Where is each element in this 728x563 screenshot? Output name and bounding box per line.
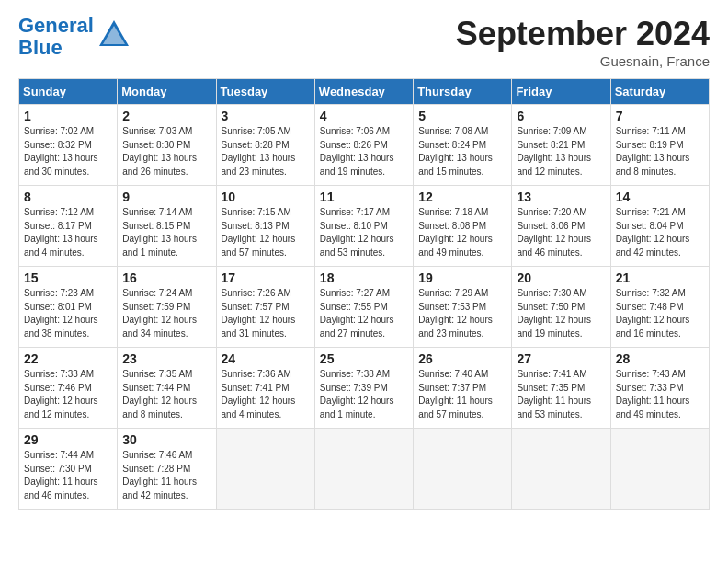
- calendar-cell: 18Sunrise: 7:27 AM Sunset: 7:55 PM Dayli…: [314, 267, 413, 348]
- day-number: 8: [24, 190, 112, 204]
- day-info: Sunrise: 7:38 AM Sunset: 7:39 PM Dayligh…: [320, 368, 408, 421]
- day-info: Sunrise: 7:43 AM Sunset: 7:33 PM Dayligh…: [616, 368, 704, 421]
- day-info: Sunrise: 7:11 AM Sunset: 8:19 PM Dayligh…: [616, 125, 704, 178]
- day-number: 24: [222, 351, 310, 366]
- day-info: Sunrise: 7:12 AM Sunset: 8:17 PM Dayligh…: [24, 206, 112, 259]
- day-info: Sunrise: 7:02 AM Sunset: 8:32 PM Dayligh…: [24, 125, 112, 178]
- day-number: 1: [24, 109, 112, 123]
- day-number: 28: [616, 351, 704, 366]
- calendar-cell: 11Sunrise: 7:17 AM Sunset: 8:10 PM Dayli…: [314, 186, 413, 267]
- day-info: Sunrise: 7:24 AM Sunset: 7:59 PM Dayligh…: [122, 287, 210, 340]
- weekday-header: Sunday: [19, 79, 118, 105]
- day-info: Sunrise: 7:14 AM Sunset: 8:15 PM Dayligh…: [122, 206, 210, 259]
- calendar-cell: 30Sunrise: 7:46 AM Sunset: 7:28 PM Dayli…: [118, 429, 216, 510]
- weekday-header: Wednesday: [314, 79, 413, 105]
- calendar-cell: 22Sunrise: 7:33 AM Sunset: 7:46 PM Dayli…: [19, 348, 118, 429]
- calendar-week-row: 22Sunrise: 7:33 AM Sunset: 7:46 PM Dayli…: [19, 348, 710, 429]
- calendar-week-row: 29Sunrise: 7:44 AM Sunset: 7:30 PM Dayli…: [19, 429, 710, 510]
- calendar-cell: [512, 429, 610, 510]
- day-number: 12: [418, 190, 506, 204]
- calendar-body: 1Sunrise: 7:02 AM Sunset: 8:32 PM Daylig…: [19, 105, 710, 510]
- calendar-cell: 3Sunrise: 7:05 AM Sunset: 8:28 PM Daylig…: [216, 105, 314, 186]
- calendar-cell: 28Sunrise: 7:43 AM Sunset: 7:33 PM Dayli…: [610, 348, 709, 429]
- day-info: Sunrise: 7:30 AM Sunset: 7:50 PM Dayligh…: [517, 287, 605, 340]
- day-number: 2: [122, 109, 210, 123]
- weekday-header: Tuesday: [216, 79, 314, 105]
- calendar-cell: [414, 429, 512, 510]
- day-info: Sunrise: 7:26 AM Sunset: 7:57 PM Dayligh…: [222, 287, 310, 340]
- calendar-cell: 10Sunrise: 7:15 AM Sunset: 8:13 PM Dayli…: [216, 186, 314, 267]
- weekday-header: Saturday: [610, 79, 709, 105]
- day-info: Sunrise: 7:41 AM Sunset: 7:35 PM Dayligh…: [517, 368, 605, 421]
- day-number: 14: [616, 190, 704, 204]
- day-number: 7: [616, 109, 704, 123]
- day-number: 4: [320, 109, 408, 123]
- calendar-cell: 29Sunrise: 7:44 AM Sunset: 7:30 PM Dayli…: [19, 429, 118, 510]
- day-info: Sunrise: 7:03 AM Sunset: 8:30 PM Dayligh…: [122, 125, 210, 178]
- calendar-week-row: 1Sunrise: 7:02 AM Sunset: 8:32 PM Daylig…: [19, 105, 710, 186]
- calendar-cell: 21Sunrise: 7:32 AM Sunset: 7:48 PM Dayli…: [610, 267, 709, 348]
- day-info: Sunrise: 7:17 AM Sunset: 8:10 PM Dayligh…: [320, 206, 408, 259]
- weekday-header: Friday: [512, 79, 610, 105]
- day-number: 17: [222, 270, 310, 285]
- calendar-cell: 19Sunrise: 7:29 AM Sunset: 7:53 PM Dayli…: [414, 267, 512, 348]
- calendar-cell: 26Sunrise: 7:40 AM Sunset: 7:37 PM Dayli…: [414, 348, 512, 429]
- calendar-cell: 4Sunrise: 7:06 AM Sunset: 8:26 PM Daylig…: [314, 105, 413, 186]
- day-info: Sunrise: 7:40 AM Sunset: 7:37 PM Dayligh…: [418, 368, 506, 421]
- location: Guesnain, France: [456, 53, 710, 69]
- day-number: 16: [122, 270, 210, 285]
- logo: General Blue: [18, 15, 131, 59]
- calendar-cell: 5Sunrise: 7:08 AM Sunset: 8:24 PM Daylig…: [414, 105, 512, 186]
- calendar-cell: 7Sunrise: 7:11 AM Sunset: 8:19 PM Daylig…: [610, 105, 709, 186]
- calendar-cell: 14Sunrise: 7:21 AM Sunset: 8:04 PM Dayli…: [610, 186, 709, 267]
- day-info: Sunrise: 7:15 AM Sunset: 8:13 PM Dayligh…: [222, 206, 310, 259]
- page: General Blue September 2024 Guesnain, Fr…: [0, 0, 728, 519]
- day-info: Sunrise: 7:18 AM Sunset: 8:08 PM Dayligh…: [418, 206, 506, 259]
- calendar-cell: [610, 429, 709, 510]
- day-info: Sunrise: 7:09 AM Sunset: 8:21 PM Dayligh…: [517, 125, 605, 178]
- header: General Blue September 2024 Guesnain, Fr…: [18, 15, 710, 69]
- day-number: 6: [517, 109, 605, 123]
- calendar-cell: [216, 429, 314, 510]
- day-number: 15: [24, 270, 112, 285]
- day-number: 26: [418, 351, 506, 366]
- day-info: Sunrise: 7:08 AM Sunset: 8:24 PM Dayligh…: [418, 125, 506, 178]
- day-info: Sunrise: 7:36 AM Sunset: 7:41 PM Dayligh…: [222, 368, 310, 421]
- calendar-cell: 6Sunrise: 7:09 AM Sunset: 8:21 PM Daylig…: [512, 105, 610, 186]
- calendar-cell: [314, 429, 413, 510]
- calendar-cell: 17Sunrise: 7:26 AM Sunset: 7:57 PM Dayli…: [216, 267, 314, 348]
- day-info: Sunrise: 7:23 AM Sunset: 8:01 PM Dayligh…: [24, 287, 112, 340]
- day-number: 11: [320, 190, 408, 204]
- calendar-table: SundayMondayTuesdayWednesdayThursdayFrid…: [18, 78, 710, 510]
- day-number: 23: [122, 351, 210, 366]
- calendar-cell: 23Sunrise: 7:35 AM Sunset: 7:44 PM Dayli…: [118, 348, 216, 429]
- day-info: Sunrise: 7:06 AM Sunset: 8:26 PM Dayligh…: [320, 125, 408, 178]
- title-area: September 2024 Guesnain, France: [456, 15, 710, 69]
- month-title: September 2024: [456, 15, 710, 53]
- logo-general: General: [18, 14, 94, 37]
- day-number: 29: [24, 432, 112, 447]
- calendar-cell: 20Sunrise: 7:30 AM Sunset: 7:50 PM Dayli…: [512, 267, 610, 348]
- day-number: 25: [320, 351, 408, 366]
- weekday-header: Thursday: [414, 79, 512, 105]
- day-info: Sunrise: 7:33 AM Sunset: 7:46 PM Dayligh…: [24, 368, 112, 421]
- calendar-cell: 1Sunrise: 7:02 AM Sunset: 8:32 PM Daylig…: [19, 105, 118, 186]
- calendar-cell: 27Sunrise: 7:41 AM Sunset: 7:35 PM Dayli…: [512, 348, 610, 429]
- day-info: Sunrise: 7:27 AM Sunset: 7:55 PM Dayligh…: [320, 287, 408, 340]
- day-number: 27: [517, 351, 605, 366]
- day-info: Sunrise: 7:21 AM Sunset: 8:04 PM Dayligh…: [616, 206, 704, 259]
- day-number: 30: [122, 432, 210, 447]
- day-number: 5: [418, 109, 506, 123]
- day-number: 10: [222, 190, 310, 204]
- day-number: 20: [517, 270, 605, 285]
- calendar-cell: 16Sunrise: 7:24 AM Sunset: 7:59 PM Dayli…: [118, 267, 216, 348]
- calendar-header-row: SundayMondayTuesdayWednesdayThursdayFrid…: [19, 79, 710, 105]
- calendar-cell: 24Sunrise: 7:36 AM Sunset: 7:41 PM Dayli…: [216, 348, 314, 429]
- calendar-cell: 15Sunrise: 7:23 AM Sunset: 8:01 PM Dayli…: [19, 267, 118, 348]
- day-info: Sunrise: 7:32 AM Sunset: 7:48 PM Dayligh…: [616, 287, 704, 340]
- calendar-cell: 25Sunrise: 7:38 AM Sunset: 7:39 PM Dayli…: [314, 348, 413, 429]
- calendar-cell: 9Sunrise: 7:14 AM Sunset: 8:15 PM Daylig…: [118, 186, 216, 267]
- calendar-week-row: 15Sunrise: 7:23 AM Sunset: 8:01 PM Dayli…: [19, 267, 710, 348]
- logo-icon: [97, 18, 131, 55]
- day-number: 21: [616, 270, 704, 285]
